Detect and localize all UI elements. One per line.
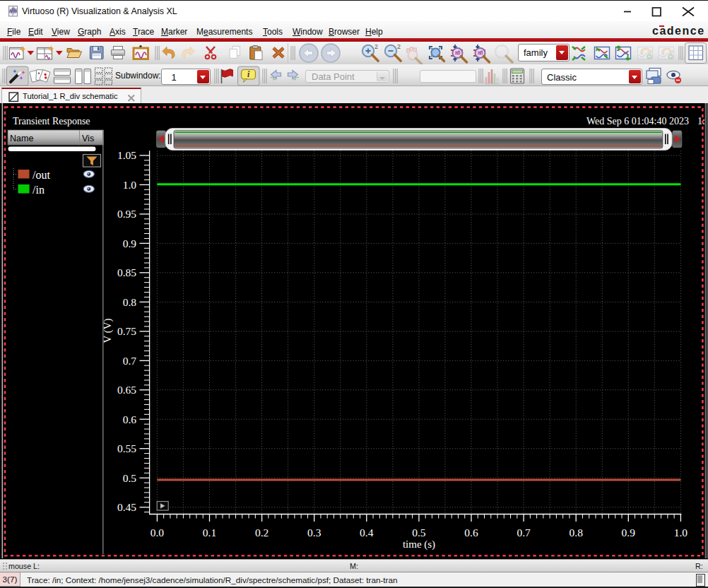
svg-text:0.5: 0.5 — [123, 472, 137, 484]
svg-text:0.95: 0.95 — [117, 208, 136, 220]
svg-text:0.9: 0.9 — [123, 237, 137, 249]
svg-text:/in: /in — [33, 184, 45, 196]
svg-text:Transient Response: Transient Response — [13, 116, 90, 127]
svg-text:0.9: 0.9 — [622, 527, 636, 539]
svg-text:1.0: 1.0 — [123, 179, 137, 191]
svg-text:0.65: 0.65 — [117, 384, 136, 396]
svg-text:0.1: 0.1 — [203, 527, 216, 539]
svg-text:time (s): time (s) — [403, 539, 435, 551]
svg-text:1.05: 1.05 — [117, 149, 136, 161]
svg-text:0.55: 0.55 — [117, 442, 136, 454]
svg-text:Wed Sep 6 01:04:40 2023: Wed Sep 6 01:04:40 2023 — [586, 116, 689, 127]
svg-text:1:: 1: — [697, 116, 705, 127]
svg-text:0.6: 0.6 — [464, 527, 478, 539]
svg-text:1.0: 1.0 — [674, 527, 688, 539]
svg-text:0.5: 0.5 — [412, 527, 426, 539]
svg-text:0.7: 0.7 — [123, 355, 137, 367]
svg-text:Vis: Vis — [82, 134, 94, 143]
svg-text:0.75: 0.75 — [117, 325, 136, 337]
svg-text:0.3: 0.3 — [307, 527, 321, 539]
svg-text:0.2: 0.2 — [255, 527, 269, 539]
svg-text:2: 2 — [374, 43, 378, 50]
svg-text:V (V): V (V) — [102, 318, 114, 343]
svg-text:0.85: 0.85 — [117, 266, 136, 278]
svg-text:Name: Name — [10, 134, 33, 143]
svg-text:0.8: 0.8 — [123, 296, 137, 308]
svg-text:2: 2 — [397, 43, 401, 50]
svg-text:0.45: 0.45 — [117, 501, 136, 513]
svg-text:0.6: 0.6 — [123, 413, 137, 425]
svg-text:/out: /out — [33, 169, 50, 181]
svg-text:0.7: 0.7 — [517, 527, 531, 539]
svg-text:0.4: 0.4 — [360, 527, 374, 539]
svg-text:0.8: 0.8 — [570, 527, 584, 539]
svg-text:0.0: 0.0 — [151, 527, 165, 539]
